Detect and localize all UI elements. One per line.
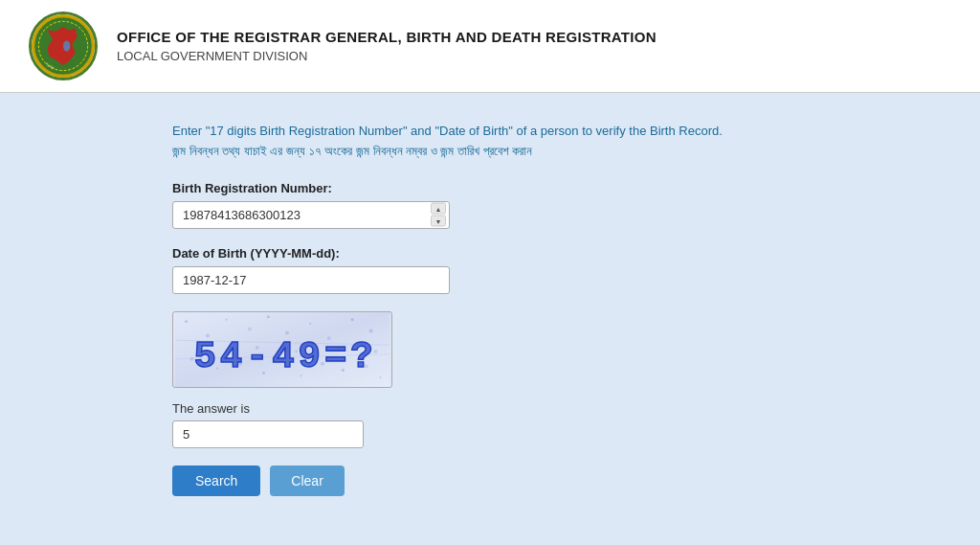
svg-point-10 (285, 330, 289, 334)
clear-button[interactable]: Clear (270, 466, 344, 496)
captcha-container: 54-49=? 54-49=? (172, 311, 392, 388)
birth-reg-label: Birth Registration Number: (172, 181, 808, 195)
birth-reg-input[interactable] (172, 201, 450, 229)
answer-input[interactable] (172, 420, 364, 448)
svg-point-13 (351, 318, 354, 321)
birth-reg-wrapper: ▲ ▼ (172, 201, 450, 229)
header-title: OFFICE OF THE REGISTRAR GENERAL, BIRTH A… (117, 29, 657, 45)
logo: সরকার (29, 11, 98, 80)
svg-text:54-49=?: 54-49=? (193, 335, 376, 377)
dob-group: Date of Birth (YYYY-MM-dd): (172, 246, 808, 294)
svg-point-11 (309, 322, 311, 324)
instruction-bangla: জন্ম নিবন্ধন তথ্য যাচাই এর জন্য ১৭ অংকের… (172, 142, 808, 162)
spinner-arrows: ▲ ▼ (431, 203, 446, 227)
answer-group: The answer is (172, 401, 808, 448)
instruction-english: Enter "17 digits Birth Registration Numb… (172, 122, 808, 142)
header-text: OFFICE OF THE REGISTRAR GENERAL, BIRTH A… (117, 29, 657, 63)
answer-label: The answer is (172, 401, 808, 416)
instruction-block: Enter "17 digits Birth Registration Numb… (172, 122, 808, 162)
header: সরকার OFFICE OF THE REGISTRAR GENERAL, B… (0, 0, 980, 93)
captcha-noise-svg: 54-49=? 54-49=? (173, 312, 391, 387)
svg-point-7 (226, 318, 228, 320)
dob-input[interactable] (172, 266, 450, 294)
svg-point-24 (379, 376, 381, 378)
button-row: Search Clear (172, 466, 808, 496)
svg-point-8 (248, 327, 252, 330)
main-content: Enter "17 digits Birth Registration Numb… (0, 93, 980, 525)
header-subtitle: LOCAL GOVERNMENT DIVISION (117, 49, 657, 63)
svg-point-14 (369, 329, 373, 332)
svg-point-5 (185, 320, 188, 323)
spinner-up[interactable]: ▲ (431, 203, 446, 215)
search-button[interactable]: Search (172, 466, 260, 496)
birth-reg-group: Birth Registration Number: ▲ ▼ (172, 181, 808, 229)
svg-point-9 (267, 315, 270, 318)
dob-label: Date of Birth (YYYY-MM-dd): (172, 246, 808, 261)
spinner-down[interactable]: ▼ (431, 216, 446, 227)
